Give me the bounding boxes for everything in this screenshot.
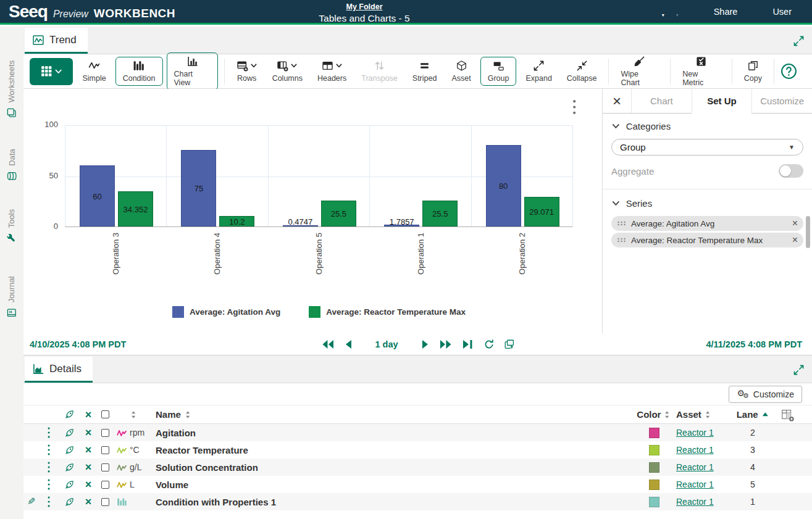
row-menu-kebab-icon[interactable]	[47, 426, 51, 439]
row-menu-kebab-icon[interactable]	[47, 444, 51, 456]
sort-unit-icon[interactable]	[130, 410, 137, 419]
group-button[interactable]: Group	[480, 57, 517, 86]
range-end-time[interactable]: 4/11/2025 4:08 PM PDT	[706, 339, 802, 349]
step-back-half-icon[interactable]	[343, 339, 352, 350]
color-swatch[interactable]	[649, 480, 659, 490]
table-row-solution-concentration[interactable]: ×g/LSolution ConcentrationReactor 14	[23, 459, 812, 476]
step-forward-full-icon[interactable]	[439, 339, 453, 350]
item-name[interactable]: Condition with Properties 1	[156, 497, 276, 507]
row-menu-kebab-icon[interactable]	[47, 478, 51, 491]
remove-item-icon[interactable]: ×	[85, 479, 92, 490]
investigate-rocket-icon[interactable]	[64, 409, 75, 420]
table-row-condition-with-properties-1[interactable]: ✎×Condition with Properties 1Reactor 11	[23, 493, 812, 510]
duplicate-schedule-icon[interactable]	[504, 339, 515, 350]
panel-scrollbar-thumb[interactable]	[806, 216, 810, 248]
asset-button[interactable]: Asset	[446, 57, 476, 86]
table-grid-button[interactable]	[30, 58, 73, 85]
chart-view-button[interactable]: Chart View	[167, 52, 218, 90]
asset-link[interactable]: Reactor 1	[676, 497, 714, 507]
remove-item-icon[interactable]: ×	[85, 496, 92, 507]
drag-handle-icon[interactable]	[617, 237, 626, 243]
share-button[interactable]: Share	[710, 5, 738, 19]
range-start-time[interactable]: 4/10/2025 4:08 PM PDT	[30, 339, 126, 349]
color-column-header[interactable]: Color	[637, 409, 661, 420]
legend-item[interactable]: Average: Reactor Temperature Max	[309, 306, 466, 318]
remove-all-icon[interactable]: ×	[85, 409, 92, 420]
asset-link[interactable]: Reactor 1	[676, 480, 714, 489]
color-swatch[interactable]	[649, 462, 659, 473]
rows-button[interactable]: Rows	[231, 57, 263, 86]
add-column-icon[interactable]	[781, 408, 794, 421]
range-duration[interactable]: 1 day	[375, 339, 398, 349]
asset-link[interactable]: Reactor 1	[676, 428, 714, 438]
step-back-full-icon[interactable]	[320, 339, 334, 350]
undo-button[interactable]: ▾	[661, 5, 664, 19]
panel-tab-customize[interactable]: Customize	[751, 89, 812, 113]
tab-trend[interactable]: Trend	[25, 28, 88, 54]
user-menu-button[interactable]: User	[769, 5, 792, 19]
columns-button[interactable]: Columns	[267, 57, 308, 86]
series-chip[interactable]: Average: Agitation Avg×	[611, 216, 803, 231]
aggregate-toggle[interactable]	[779, 164, 803, 178]
asset-column-header[interactable]: Asset	[676, 409, 701, 420]
collapse-button[interactable]: Collapse	[561, 57, 603, 86]
investigate-rocket-icon[interactable]	[64, 480, 75, 490]
breadcrumb-my-folder-link[interactable]: My Folder	[346, 2, 382, 11]
remove-item-icon[interactable]: ×	[85, 444, 92, 455]
item-name[interactable]: Solution Concentration	[156, 462, 258, 473]
wipe-chart-button[interactable]: Wipe Chart	[615, 52, 664, 90]
auto-update-icon[interactable]	[483, 339, 495, 350]
investigate-rocket-icon[interactable]	[64, 462, 75, 473]
color-swatch[interactable]	[649, 428, 659, 438]
name-column-header[interactable]: Name	[156, 409, 181, 420]
lane-column-header[interactable]: Lane	[737, 409, 758, 420]
row-checkbox[interactable]	[101, 481, 109, 489]
redo-button[interactable]: ▾	[675, 5, 679, 19]
row-checkbox[interactable]	[101, 429, 109, 437]
table-row-agitation[interactable]: ×rpmAgitationReactor 12	[23, 424, 812, 441]
item-name[interactable]: Agitation	[156, 428, 196, 438]
expand-button[interactable]: Expand	[520, 57, 557, 86]
item-name[interactable]: Volume	[156, 480, 188, 490]
remove-series-icon[interactable]: ×	[792, 218, 798, 228]
asset-link[interactable]: Reactor 1	[676, 462, 714, 472]
expand-trend-icon[interactable]	[793, 35, 805, 47]
select-all-checkbox[interactable]	[101, 410, 109, 418]
step-forward-half-icon[interactable]	[421, 339, 430, 350]
row-menu-kebab-icon[interactable]	[47, 496, 51, 508]
tab-details[interactable]: Details	[25, 357, 93, 383]
color-swatch[interactable]	[649, 497, 659, 507]
copy-button[interactable]: Copy	[739, 57, 768, 86]
sidebar-item-tools[interactable]: Tools	[0, 194, 23, 257]
categories-section-header[interactable]: Categories	[611, 121, 803, 131]
series-chip[interactable]: Average: Reactor Temperature Max×	[611, 233, 803, 247]
remove-item-icon[interactable]: ×	[85, 427, 92, 438]
close-panel-icon[interactable]: ×	[603, 89, 631, 113]
investigate-rocket-icon[interactable]	[64, 497, 75, 507]
sidebar-item-journal[interactable]: Journal	[0, 257, 23, 336]
legend-item[interactable]: Average: Agitation Avg	[172, 306, 280, 318]
chart-menu-kebab-icon[interactable]	[572, 99, 577, 115]
headers-button[interactable]: Headers	[312, 57, 352, 86]
sort-asset-icon[interactable]	[704, 410, 711, 419]
step-to-now-icon[interactable]	[462, 339, 474, 350]
row-menu-kebab-icon[interactable]	[47, 461, 51, 473]
panel-tab-chart[interactable]: Chart	[631, 89, 692, 113]
row-checkbox[interactable]	[101, 446, 109, 454]
help-icon[interactable]	[781, 63, 797, 80]
table-row-volume[interactable]: ×LVolumeReactor 15	[23, 476, 812, 493]
item-name[interactable]: Reactor Temperature	[156, 445, 248, 455]
color-swatch[interactable]	[649, 445, 659, 455]
panel-tab-set-up[interactable]: Set Up	[692, 89, 752, 114]
asset-link[interactable]: Reactor 1	[676, 445, 714, 455]
investigate-rocket-icon[interactable]	[64, 428, 75, 438]
customize-button[interactable]: ⚙⚙ Customize	[729, 386, 802, 403]
condition-button[interactable]: Condition	[115, 57, 163, 86]
table-row-reactor-temperature[interactable]: ×°CReactor TemperatureReactor 13	[23, 441, 812, 459]
sort-name-icon[interactable]	[184, 410, 191, 419]
simple-button[interactable]: Simple	[77, 57, 111, 86]
new-metric-button[interactable]: New Metric	[677, 52, 726, 90]
striped-button[interactable]: Striped	[407, 57, 443, 86]
investigate-rocket-icon[interactable]	[64, 445, 75, 455]
expand-details-icon[interactable]	[793, 364, 805, 376]
